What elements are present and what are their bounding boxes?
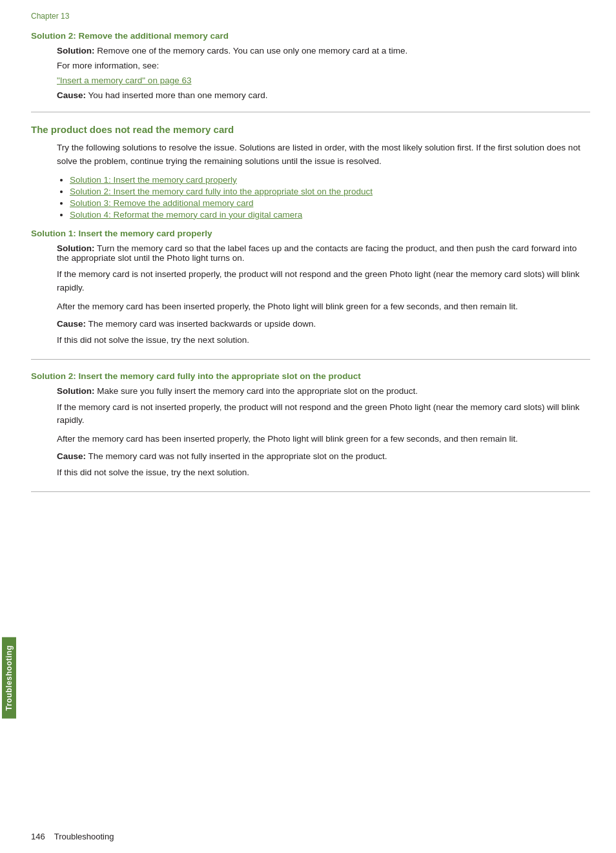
product-does-not-read-section: The product does not read the memory car… xyxy=(31,124,590,492)
insert-memory-card-link[interactable]: "Insert a memory card" on page 63 xyxy=(31,76,590,85)
sol1-cause-label: Cause: xyxy=(57,319,86,329)
cause-block: Cause: You had inserted more than one me… xyxy=(31,90,590,100)
sol1-solution-text: Turn the memory card so that the label f… xyxy=(57,243,577,263)
solution2-remove-section: Solution 2: Remove the additional memory… xyxy=(31,31,590,100)
bullet-link-3[interactable]: Solution 3: Remove the additional memory… xyxy=(70,198,253,208)
footer-section: Troubleshooting xyxy=(54,832,114,841)
list-item[interactable]: Solution 1: Insert the memory card prope… xyxy=(70,175,590,185)
more-info-text: For more information, see: xyxy=(31,61,590,70)
solution2-remove-solution: Solution: Remove one of the memory cards… xyxy=(31,46,590,56)
solutions-list: Solution 1: Insert the memory card prope… xyxy=(31,175,590,220)
sol2-next: If this did not solve the issue, try the… xyxy=(31,466,590,480)
divider-2 xyxy=(31,359,590,360)
divider-3 xyxy=(31,491,590,492)
solution-label: Solution: xyxy=(57,46,94,56)
cause-text: You had inserted more than one memory ca… xyxy=(86,90,267,100)
solution2-remove-heading: Solution 2: Remove the additional memory… xyxy=(31,31,590,41)
sol2-solution-label: Solution: xyxy=(57,386,94,396)
sol1-heading: Solution 1: Insert the memory card prope… xyxy=(31,229,590,238)
bullet-link-1[interactable]: Solution 1: Insert the memory card prope… xyxy=(70,175,237,185)
sol1-para1: If the memory card is not inserted prope… xyxy=(31,268,590,295)
product-does-not-read-heading: The product does not read the memory car… xyxy=(31,124,590,135)
sidebar-label: Troubleshooting xyxy=(2,637,16,719)
sol2-para2: After the memory card has been inserted … xyxy=(31,433,590,446)
sol2-heading: Solution 2: Insert the memory card fully… xyxy=(31,371,590,381)
sidebar: Troubleshooting xyxy=(0,0,18,853)
chapter-label: Chapter 13 xyxy=(31,12,590,21)
bullet-link-2[interactable]: Solution 2: Insert the memory card fully… xyxy=(70,187,373,196)
sol2-cause-label: Cause: xyxy=(57,451,86,461)
sol2-solution: Solution: Make sure you fully insert the… xyxy=(31,386,590,396)
intro-text: Try the following solutions to resolve t… xyxy=(31,141,590,169)
list-item[interactable]: Solution 3: Remove the additional memory… xyxy=(70,198,590,208)
sol1-solution: Solution: Turn the memory card so that t… xyxy=(31,243,590,263)
main-content: Chapter 13 Solution 2: Remove the additi… xyxy=(18,0,616,853)
sol2-section: Solution 2: Insert the memory card fully… xyxy=(31,371,590,480)
sol2-cause: Cause: The memory card was not fully ins… xyxy=(31,451,590,461)
cause-label: Cause: xyxy=(57,90,86,100)
bullet-link-4[interactable]: Solution 4: Reformat the memory card in … xyxy=(70,210,302,220)
sol2-solution-text: Make sure you fully insert the memory ca… xyxy=(94,386,418,396)
divider-1 xyxy=(31,112,590,112)
sol2-para1: If the memory card is not inserted prope… xyxy=(31,401,590,428)
page-wrapper: Troubleshooting Chapter 13 Solution 2: R… xyxy=(0,0,616,853)
sol1-section: Solution 1: Insert the memory card prope… xyxy=(31,229,590,347)
sol1-cause-text: The memory card was inserted backwards o… xyxy=(86,319,316,329)
sol1-cause: Cause: The memory card was inserted back… xyxy=(31,319,590,329)
footer: 146 Troubleshooting xyxy=(31,832,114,841)
list-item[interactable]: Solution 4: Reformat the memory card in … xyxy=(70,210,590,220)
solution-text: Remove one of the memory cards. You can … xyxy=(94,46,407,56)
sol1-solution-label: Solution: xyxy=(57,243,94,253)
list-item[interactable]: Solution 2: Insert the memory card fully… xyxy=(70,187,590,196)
sol1-para2: After the memory card has been inserted … xyxy=(31,300,590,314)
sol2-cause-text: The memory card was not fully inserted i… xyxy=(86,451,387,461)
sol1-next: If this did not solve the issue, try the… xyxy=(31,334,590,347)
footer-page-number: 146 xyxy=(31,832,45,841)
